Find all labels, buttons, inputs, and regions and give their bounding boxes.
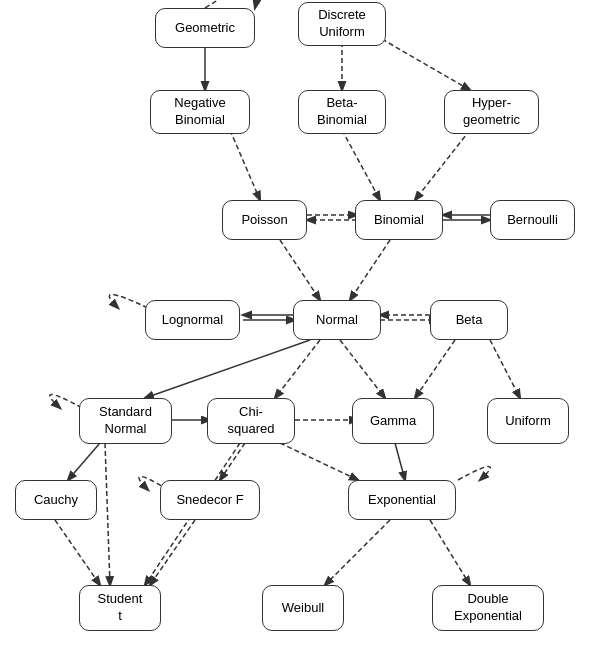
double-exponential-node: DoubleExponential: [432, 585, 544, 631]
exponential-node: Exponential: [348, 480, 456, 520]
svg-line-32: [430, 520, 470, 585]
binomial-node: Binomial: [355, 200, 443, 240]
standard-normal-node: StandardNormal: [79, 398, 172, 444]
svg-line-25: [220, 443, 245, 480]
uniform-label: Uniform: [505, 413, 551, 430]
snedecor-f-node: Snedecor F: [160, 480, 260, 520]
svg-line-18: [340, 340, 385, 398]
svg-line-29: [55, 520, 100, 585]
student-t-label: Studentt: [98, 591, 143, 625]
svg-line-31: [325, 520, 390, 585]
svg-line-17: [275, 340, 320, 398]
discrete-uniform-node: DiscreteUniform: [298, 2, 386, 46]
geometric-label: Geometric: [175, 20, 235, 37]
lognormal-node: Lognormal: [145, 300, 240, 340]
svg-line-16: [145, 340, 310, 398]
svg-line-27: [395, 443, 405, 480]
svg-line-9: [230, 130, 260, 200]
gamma-label: Gamma: [370, 413, 416, 430]
geometric-node: Geometric: [155, 8, 255, 48]
normal-node: Normal: [293, 300, 381, 340]
weibull-label: Weibull: [282, 600, 324, 617]
negative-binomial-node: NegativeBinomial: [150, 90, 250, 134]
snedecor-f-label: Snedecor F: [176, 492, 243, 509]
gamma-node: Gamma: [352, 398, 434, 444]
svg-line-11: [280, 240, 320, 300]
cauchy-node: Cauchy: [15, 480, 97, 520]
svg-line-24: [105, 443, 110, 585]
poisson-node: Poisson: [222, 200, 307, 240]
hypergeometric-node: Hyper-geometric: [444, 90, 539, 134]
lognormal-label: Lognormal: [162, 312, 223, 329]
svg-line-28: [280, 443, 358, 480]
beta-binomial-node: Beta-Binomial: [298, 90, 386, 134]
exponential-label: Exponential: [368, 492, 436, 509]
uniform-node: Uniform: [487, 398, 569, 444]
weibull-node: Weibull: [262, 585, 344, 631]
svg-line-23: [68, 443, 100, 480]
poisson-label: Poisson: [241, 212, 287, 229]
negative-binomial-label: NegativeBinomial: [174, 95, 225, 129]
normal-label: Normal: [316, 312, 358, 329]
chi-squared-label: Chi-squared: [228, 404, 275, 438]
beta-node: Beta: [430, 300, 508, 340]
discrete-uniform-label: DiscreteUniform: [318, 7, 366, 41]
beta-label: Beta: [456, 312, 483, 329]
cauchy-label: Cauchy: [34, 492, 78, 509]
svg-line-19: [415, 340, 455, 398]
student-t-node: Studentt: [79, 585, 161, 631]
svg-line-4: [415, 130, 470, 200]
bernoulli-label: Bernoulli: [507, 212, 558, 229]
svg-line-3: [342, 130, 380, 200]
svg-line-20: [490, 340, 520, 398]
chi-squared-node: Chi-squared: [207, 398, 295, 444]
bernoulli-node: Bernoulli: [490, 200, 575, 240]
standard-normal-label: StandardNormal: [99, 404, 152, 438]
svg-line-2: [375, 35, 470, 90]
beta-binomial-label: Beta-Binomial: [317, 95, 367, 129]
svg-line-10: [350, 240, 390, 300]
hypergeometric-label: Hyper-geometric: [463, 95, 520, 129]
svg-line-30: [150, 520, 195, 585]
double-exponential-label: DoubleExponential: [454, 591, 522, 625]
binomial-label: Binomial: [374, 212, 424, 229]
